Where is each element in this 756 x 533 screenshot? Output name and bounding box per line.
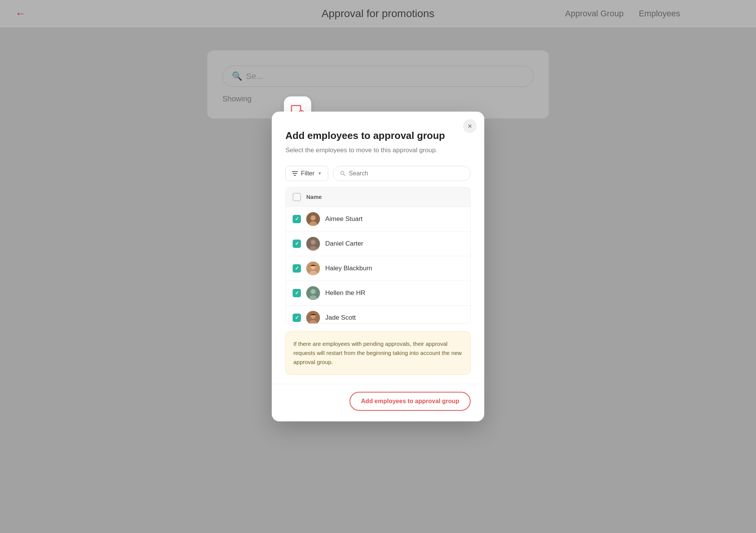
select-all-checkbox[interactable] (293, 193, 301, 201)
list-header-row: Name (286, 188, 470, 207)
employee-row-jade[interactable]: Jade Scott (286, 306, 470, 324)
search-icon (340, 170, 346, 177)
employee-name-aimee: Aimee Stuart (325, 215, 362, 223)
employee-row-haley[interactable]: Haley Blackburn (286, 256, 470, 281)
filter-caret-icon: ▼ (318, 171, 322, 176)
name-column-header: Name (306, 194, 322, 200)
modal-subtitle: Select the employees to move to this app… (285, 145, 471, 155)
filter-button[interactable]: Filter ▼ (285, 166, 328, 181)
employee-name-hellen: Hellen the HR (325, 289, 365, 297)
checkbox-daniel[interactable] (293, 240, 301, 248)
employee-row-daniel[interactable]: Daniel Carter (286, 232, 470, 256)
employee-list: Name (285, 187, 471, 324)
modal-overlay: × Add employees to approval group Select… (0, 0, 756, 533)
employee-name-daniel: Daniel Carter (325, 240, 363, 248)
checkbox-hellen[interactable] (293, 289, 301, 297)
filter-icon (292, 170, 298, 177)
close-button[interactable]: × (463, 119, 477, 133)
modal-footer: Add employees to approval group (272, 384, 484, 421)
checkbox-haley[interactable] (293, 264, 301, 273)
employee-row-aimee[interactable]: Aimee Stuart (286, 207, 470, 232)
modal-dialog: × Add employees to approval group Select… (272, 112, 484, 421)
search-container (333, 166, 471, 181)
modal-title: Add employees to approval group (285, 130, 471, 142)
employee-name-jade: Jade Scott (325, 314, 356, 322)
filter-label: Filter (301, 170, 315, 177)
checkbox-aimee[interactable] (293, 215, 301, 223)
svg-point-12 (311, 216, 315, 220)
avatar-haley (306, 262, 320, 275)
avatar-hellen (306, 286, 320, 300)
svg-point-16 (311, 240, 315, 244)
avatar-daniel (306, 237, 320, 251)
checkbox-jade[interactable] (293, 314, 301, 322)
svg-point-24 (311, 290, 315, 293)
employee-name-haley: Haley Blackburn (325, 265, 372, 272)
employee-row-hellen[interactable]: Hellen the HR (286, 281, 470, 306)
add-employees-button[interactable]: Add employees to approval group (350, 392, 471, 411)
filter-search-row: Filter ▼ (285, 166, 471, 181)
search-input[interactable] (349, 170, 463, 177)
svg-line-8 (344, 174, 345, 176)
modal-body: Add employees to approval group Select t… (272, 112, 484, 384)
warning-box: If there are employees with pending appr… (285, 331, 471, 375)
avatar-jade (306, 311, 320, 324)
avatar-aimee (306, 212, 320, 226)
